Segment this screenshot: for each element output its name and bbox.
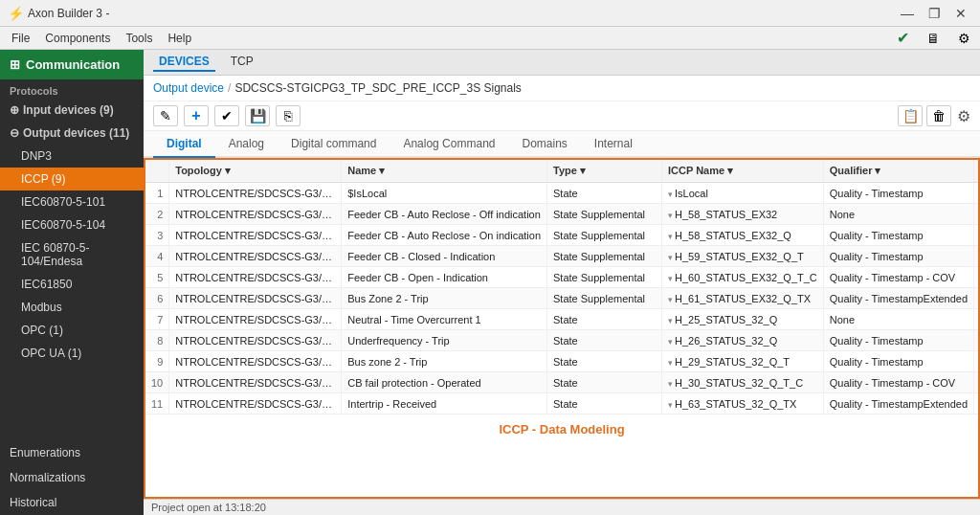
cell-iccp: ▾H_25_STATUS_32_Q bbox=[662, 309, 824, 330]
cell-iccp: ▾H_58_STATUS_EX32 bbox=[662, 204, 824, 225]
sidebar-enumerations[interactable]: Enumerations bbox=[0, 440, 144, 465]
cell-topology: NTROLCENTRE/SDCSCS-G3/AB3_to_TP_G3 bbox=[169, 351, 342, 372]
cell-inverted[interactable] bbox=[974, 351, 980, 372]
maximize-button[interactable]: ❐ bbox=[923, 4, 946, 23]
menu-components[interactable]: Components bbox=[37, 30, 118, 47]
iccp-data-modeling-label: ICCP - Data Modeling bbox=[145, 414, 978, 444]
col-header-type[interactable]: Type ▾ bbox=[547, 160, 662, 183]
sidebar-historical[interactable]: Historical bbox=[0, 490, 144, 515]
cell-topology: NTROLCENTRE/SDCSCS-G3/AB3_to_TP_G3 bbox=[169, 309, 342, 330]
cell-name: Underfrequency - Trip bbox=[342, 330, 547, 351]
app-title: Axon Builder 3 - bbox=[28, 7, 896, 20]
breadcrumb-current: SDCSCS-STGICPG3_TP_SDC_PRE_ICCP_3S Signa… bbox=[234, 81, 521, 95]
sidebar-item-opcua[interactable]: OPC UA (1) bbox=[0, 342, 144, 365]
sidebar-item-iec61850[interactable]: IEC61850 bbox=[0, 273, 144, 296]
tab-analog-command[interactable]: Analog Command bbox=[390, 131, 508, 158]
cell-num: 1 bbox=[145, 183, 169, 204]
table-header-row: Topology ▾ Name ▾ Type ▾ ICCP Name ▾ Qua… bbox=[145, 160, 980, 183]
cell-inverted[interactable] bbox=[974, 204, 980, 225]
sidebar-item-opc[interactable]: OPC (1) bbox=[0, 319, 144, 342]
sidebar-item-iec104endesa[interactable]: IEC 60870-5-104/Endesa bbox=[0, 236, 144, 273]
close-button[interactable]: ✕ bbox=[949, 4, 972, 23]
breadcrumb-link[interactable]: Output device bbox=[153, 81, 224, 95]
copy-button[interactable]: ⎘ bbox=[276, 105, 301, 126]
table-row[interactable]: 3 NTROLCENTRE/SDCSCS-G3/AB3_to_TP_G3 Fee… bbox=[145, 225, 980, 246]
tab-digital-command[interactable]: Digital command bbox=[278, 131, 390, 158]
cell-inverted[interactable] bbox=[974, 267, 980, 288]
cell-inverted[interactable] bbox=[974, 183, 980, 204]
cell-inverted[interactable] bbox=[974, 309, 980, 330]
iec101-label: IEC60870-5-101 bbox=[21, 195, 105, 209]
sidebar-item-iec101[interactable]: IEC60870-5-101 bbox=[0, 190, 144, 213]
minimize-button[interactable]: — bbox=[896, 4, 919, 23]
col-header-num bbox=[145, 160, 169, 183]
protocols-section-title: Protocols bbox=[0, 79, 144, 99]
clipboard-button[interactable]: 📋 bbox=[898, 105, 923, 126]
cell-num: 8 bbox=[145, 330, 169, 351]
sidebar-normalizations[interactable]: Normalizations bbox=[0, 465, 144, 490]
cell-inverted[interactable] bbox=[974, 330, 980, 351]
sidebar-item-dnp3[interactable]: DNP3 bbox=[0, 145, 144, 168]
cell-qualifier: None bbox=[823, 309, 973, 330]
col-header-iccp[interactable]: ICCP Name ▾ bbox=[662, 160, 824, 183]
table-row[interactable]: 1 NTROLCENTRE/SDCSCS-G3/AB3_to_TP_G3 $Is… bbox=[145, 183, 980, 204]
cell-inverted[interactable] bbox=[974, 393, 980, 414]
cell-inverted[interactable] bbox=[974, 225, 980, 246]
save-button[interactable]: 💾 bbox=[245, 105, 270, 126]
check-button[interactable]: ✔ bbox=[214, 105, 239, 126]
tab-tcp[interactable]: TCP bbox=[225, 53, 259, 72]
table-row[interactable]: 10 NTROLCENTRE/SDCSCS-G3/AB3_to_TP_G3 CB… bbox=[145, 372, 980, 393]
delete-button[interactable]: 🗑 bbox=[926, 105, 951, 126]
col-header-name[interactable]: Name ▾ bbox=[342, 160, 547, 183]
cell-num: 4 bbox=[145, 246, 169, 267]
cell-inverted[interactable] bbox=[974, 372, 980, 393]
cell-inverted[interactable] bbox=[974, 246, 980, 267]
tab-digital[interactable]: Digital bbox=[153, 131, 215, 158]
cell-type: State bbox=[547, 183, 662, 204]
cell-qualifier: None bbox=[823, 204, 973, 225]
menu-tools[interactable]: Tools bbox=[118, 30, 160, 47]
content-tabs: Digital Analog Digital command Analog Co… bbox=[144, 131, 980, 158]
sidebar-item-modbus[interactable]: Modbus bbox=[0, 296, 144, 319]
table-row[interactable]: 7 NTROLCENTRE/SDCSCS-G3/AB3_to_TP_G3 Neu… bbox=[145, 309, 980, 330]
add-button[interactable]: + bbox=[184, 105, 209, 126]
cell-type: State bbox=[547, 393, 662, 414]
sidebar-title: Communication bbox=[26, 57, 120, 72]
opcua-label: OPC UA (1) bbox=[21, 347, 81, 360]
tab-analog[interactable]: Analog bbox=[215, 131, 278, 158]
cell-num: 9 bbox=[145, 351, 169, 372]
menu-help[interactable]: Help bbox=[160, 30, 199, 47]
tab-devices[interactable]: DEVICES bbox=[153, 53, 215, 72]
table-row[interactable]: 2 NTROLCENTRE/SDCSCS-G3/AB3_to_TP_G3 Fee… bbox=[145, 204, 980, 225]
cell-iccp: ▾H_58_STATUS_EX32_Q bbox=[662, 225, 824, 246]
status-bar: Project open at 13:18:20 bbox=[144, 499, 980, 515]
toolbar-settings-button[interactable]: ⚙ bbox=[951, 28, 976, 49]
col-header-qualifier[interactable]: Qualifier ▾ bbox=[823, 160, 973, 183]
sidebar-item-input-devices[interactable]: ⊕ Input devices (9) bbox=[0, 99, 144, 122]
menu-bar: File Components Tools Help ✔ 🖥 ⚙ bbox=[0, 27, 980, 50]
cell-iccp: ▾H_30_STATUS_32_Q_T_C bbox=[662, 372, 824, 393]
sidebar-item-output-devices[interactable]: ⊖ Output devices (11) bbox=[0, 122, 144, 145]
cell-name: Feeder CB - Open - Indication bbox=[342, 267, 547, 288]
col-header-topology[interactable]: Topology ▾ bbox=[169, 160, 342, 183]
toolbar-check-button[interactable]: ✔ bbox=[890, 28, 915, 49]
edit-button[interactable]: ✎ bbox=[153, 105, 178, 126]
sidebar-item-iec104[interactable]: IEC60870-5-104 bbox=[0, 213, 144, 236]
cell-name: CB fail protection - Operated bbox=[342, 372, 547, 393]
table-row[interactable]: 4 NTROLCENTRE/SDCSCS-G3/AB3_to_TP_G3 Fee… bbox=[145, 246, 980, 267]
title-bar: ⚡ Axon Builder 3 - — ❐ ✕ bbox=[0, 0, 980, 27]
dnp3-label: DNP3 bbox=[21, 149, 52, 163]
tab-domains[interactable]: Domains bbox=[508, 131, 580, 158]
table-row[interactable]: 11 NTROLCENTRE/SDCSCS-G3/AB3_to_TP_G3 In… bbox=[145, 393, 980, 414]
table-row[interactable]: 5 NTROLCENTRE/SDCSCS-G3/AB3_to_TP_G3 Fee… bbox=[145, 267, 980, 288]
cell-inverted[interactable] bbox=[974, 288, 980, 309]
cell-iccp: ▾H_63_STATUS_32_Q_TX bbox=[662, 393, 824, 414]
toolbar-monitor-button[interactable]: 🖥 bbox=[921, 28, 946, 49]
tab-internal[interactable]: Internal bbox=[581, 131, 646, 158]
table-row[interactable]: 8 NTROLCENTRE/SDCSCS-G3/AB3_to_TP_G3 Und… bbox=[145, 330, 980, 351]
table-row[interactable]: 9 NTROLCENTRE/SDCSCS-G3/AB3_to_TP_G3 Bus… bbox=[145, 351, 980, 372]
column-settings-button[interactable]: ⚙ bbox=[957, 107, 970, 125]
sidebar-item-iccp[interactable]: ICCP (9) bbox=[0, 168, 144, 190]
table-row[interactable]: 6 NTROLCENTRE/SDCSCS-G3/AB3_to_TP_G3 Bus… bbox=[145, 288, 980, 309]
menu-file[interactable]: File bbox=[4, 30, 37, 47]
